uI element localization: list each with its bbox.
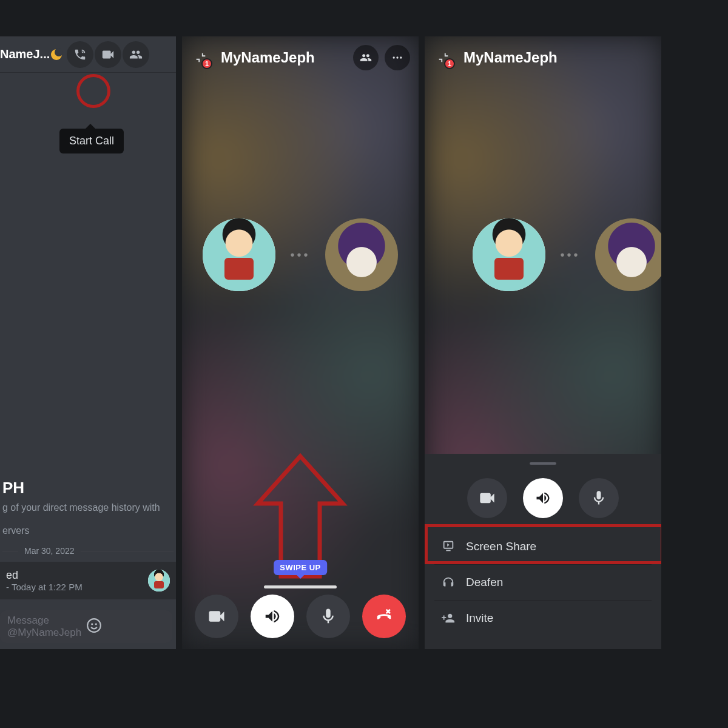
call-header: 1 MyNameJeph (182, 36, 419, 79)
call-header-title: MyNameJeph (221, 49, 347, 66)
dm-screen: NameJ... Start Call PH g of your direct … (0, 36, 176, 649)
more-button[interactable] (385, 45, 410, 70)
call-screen: 1 MyNameJeph ••• MyNameJeph Ongoing Call… (182, 36, 419, 649)
avatar-self (203, 218, 275, 291)
svg-point-2 (95, 623, 97, 625)
dm-title: NameJ... (0, 47, 50, 61)
swipe-up-pill: SWIPE UP (274, 560, 327, 575)
call-controls (182, 595, 419, 638)
screen-share-option[interactable]: Screen Share (434, 529, 652, 564)
deafen-option[interactable]: Deafen (434, 565, 652, 600)
date-divider-label: Mar 30, 2022 (24, 546, 75, 556)
svg-point-3 (393, 56, 395, 58)
message-avatar (148, 570, 170, 592)
message-composer[interactable]: Message @MyNameJeph (0, 610, 172, 643)
connecting-dots-icon: ••• (290, 248, 310, 262)
video-call-button[interactable] (95, 41, 121, 68)
missed-call-message[interactable]: ed - Today at 1:22 PM (0, 562, 176, 599)
headphones-icon (442, 576, 455, 589)
call-header-title: MyNameJeph (463, 49, 653, 66)
home-indicator[interactable] (264, 585, 337, 588)
start-call-tooltip: Start Call (59, 129, 124, 153)
members-button[interactable] (353, 45, 379, 70)
minimize-call-button[interactable]: 1 (190, 47, 211, 68)
connecting-dots-icon: ••• (560, 248, 580, 262)
avatar-peer (325, 218, 398, 291)
dm-username-heading: PH (0, 479, 176, 501)
hangup-button[interactable] (362, 595, 406, 638)
mic-toggle-button[interactable] (306, 595, 350, 638)
screen-share-label: Screen Share (466, 540, 536, 553)
call-header: 1 MyNameJeph (425, 36, 661, 79)
call-avatars: ••• (182, 218, 419, 291)
camera-toggle-button[interactable] (195, 595, 238, 638)
invite-label: Invite (466, 612, 493, 625)
start-call-button[interactable] (67, 41, 93, 68)
date-divider: Mar 30, 2022 (0, 542, 176, 562)
notification-badge: 1 (444, 58, 455, 69)
members-button[interactable] (123, 41, 149, 68)
mic-toggle-button[interactable] (579, 478, 619, 518)
mutual-servers-row[interactable]: ervers (0, 525, 176, 542)
mutual-servers-label: ervers (2, 525, 29, 536)
dm-intro-text: g of your direct message history with (0, 501, 176, 525)
deafen-label: Deafen (466, 576, 503, 589)
speaker-toggle-button[interactable] (251, 595, 294, 638)
call-avatars: ••• (443, 218, 661, 291)
svg-point-1 (91, 623, 93, 625)
invite-option[interactable]: Invite (434, 601, 652, 636)
idle-moon-icon (51, 49, 62, 60)
person-add-icon (442, 612, 455, 625)
composer-placeholder: Message @MyNameJeph (7, 615, 86, 639)
avatar-self (473, 218, 545, 291)
screen-share-icon (442, 540, 455, 553)
notification-badge: 1 (201, 58, 212, 69)
dm-header: NameJ... (0, 36, 176, 73)
speaker-toggle-button[interactable] (523, 478, 563, 518)
minimize-call-button[interactable]: 1 (433, 47, 454, 68)
svg-point-0 (87, 619, 101, 632)
svg-point-4 (396, 56, 398, 58)
annotation-red-circle (76, 74, 110, 108)
sheet-drag-handle[interactable] (530, 462, 556, 465)
call-screen-sheet: 1 MyNameJeph ••• MyNameJeph Ongoing Call… (425, 36, 661, 649)
call-bottom-sheet[interactable]: Screen Share Deafen Invite (425, 454, 661, 649)
camera-toggle-button[interactable] (467, 478, 507, 518)
emoji-button[interactable] (86, 618, 165, 636)
missed-call-time: - Today at 1:22 PM (6, 582, 142, 592)
svg-point-5 (400, 56, 402, 58)
avatar-peer (595, 218, 662, 291)
missed-call-title: ed (6, 569, 142, 582)
